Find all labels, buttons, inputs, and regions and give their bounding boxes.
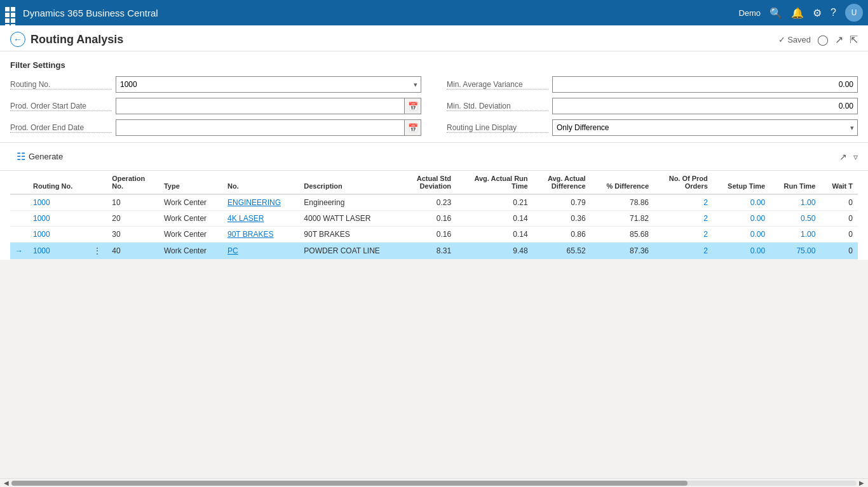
back-button[interactable]: ← xyxy=(10,32,25,47)
run-time-cell[interactable]: 0.50 xyxy=(770,211,820,227)
table-row[interactable]: 100030Work Center90T BRAKES90T BRAKES0.1… xyxy=(10,227,858,243)
notification-icon[interactable]: 🔔 xyxy=(791,7,804,19)
table-wrap: Routing No. OperationNo. Type No. Descri… xyxy=(0,171,868,260)
avatar[interactable]: U xyxy=(845,4,863,22)
prod-start-label: Prod. Order Start Date xyxy=(10,102,112,111)
toolbar: ☷ Generate ↗ ▿ xyxy=(0,143,868,171)
page-header-right: ✓ Saved ◯ ↗ ⇱ xyxy=(778,34,858,46)
search-icon[interactable]: 🔍 xyxy=(770,7,782,19)
wait-time-cell: 0 xyxy=(820,194,858,211)
prod-end-input[interactable] xyxy=(116,119,405,136)
pct-diff-cell: 78.86 xyxy=(591,194,654,211)
table-body: 100010Work CenterENGINEERINGEngineering0… xyxy=(10,194,858,260)
min-std-dev-row: Min. Std. Deviation 0.00 xyxy=(447,98,858,114)
run-time-cell[interactable]: 1.00 xyxy=(770,227,820,243)
saved-label: Saved xyxy=(787,35,811,44)
no-cell[interactable]: 4K LASER xyxy=(222,211,299,227)
operation-no-cell: 30 xyxy=(107,227,159,243)
help-icon[interactable]: ? xyxy=(831,7,836,18)
no-prod-orders-cell[interactable]: 2 xyxy=(654,194,713,211)
row-dots-cell[interactable] xyxy=(88,211,107,227)
description-cell: 90T BRAKES xyxy=(299,227,402,243)
page-title: Routing Analysis xyxy=(31,33,123,46)
setup-time-cell[interactable]: 0.00 xyxy=(713,194,770,211)
no-cell[interactable]: ENGINEERING xyxy=(222,194,299,211)
avg-actual-run-time-cell: 0.14 xyxy=(456,211,532,227)
setup-time-cell[interactable]: 0.00 xyxy=(713,243,770,260)
col-arrow-header xyxy=(10,171,28,194)
col-no-prod-orders-header: No. Of ProdOrders xyxy=(654,171,713,194)
filter-toolbar-icon[interactable]: ▿ xyxy=(853,152,858,162)
routing-no-select[interactable]: 1000 xyxy=(116,76,421,93)
routing-line-display-wrap: Only Difference All With Difference xyxy=(552,119,858,136)
prod-start-calendar-btn[interactable]: 📅 xyxy=(405,98,421,114)
type-cell: Work Center xyxy=(159,211,222,227)
col-avg-actual-run-time-header: Avg. Actual RunTime xyxy=(456,171,532,194)
prod-end-calendar-btn[interactable]: 📅 xyxy=(405,119,421,136)
page-header-left: ← Routing Analysis xyxy=(10,32,123,47)
share-toolbar-icon[interactable]: ↗ xyxy=(839,152,847,162)
prod-start-row: Prod. Order Start Date 📅 xyxy=(10,98,421,114)
col-actual-std-dev-header: Actual StdDeviation xyxy=(402,171,456,194)
run-time-cell[interactable]: 75.00 xyxy=(770,243,820,260)
row-arrow-cell xyxy=(10,227,28,243)
col-avg-actual-diff-header: Avg. ActualDifference xyxy=(533,171,591,194)
row-dots-cell[interactable]: ⋮ xyxy=(88,243,107,260)
expand-icon[interactable]: ⇱ xyxy=(850,34,858,46)
routing-no-cell[interactable]: 1000 xyxy=(28,211,88,227)
generate-button[interactable]: ☷ Generate xyxy=(10,148,69,165)
routing-line-display-row: Routing Line Display Only Difference All… xyxy=(447,119,858,136)
avg-actual-diff-cell: 0.36 xyxy=(533,211,591,227)
min-std-dev-input[interactable]: 0.00 xyxy=(552,98,858,114)
col-setup-time-header: Setup Time xyxy=(713,171,770,194)
run-time-cell[interactable]: 1.00 xyxy=(770,194,820,211)
setup-time-cell[interactable]: 0.00 xyxy=(713,227,770,243)
bookmark-icon[interactable]: ◯ xyxy=(817,34,829,46)
table-row[interactable]: →1000⋮40Work CenterPCPOWDER COAT LINE8.3… xyxy=(10,243,858,260)
routing-table: Routing No. OperationNo. Type No. Descri… xyxy=(10,171,858,260)
min-avg-variance-input[interactable]: 0.00 xyxy=(552,76,858,93)
prod-end-row: Prod. Order End Date 📅 xyxy=(10,119,421,136)
operation-no-cell: 10 xyxy=(107,194,159,211)
row-arrow-cell: → xyxy=(10,243,28,260)
no-prod-orders-cell[interactable]: 2 xyxy=(654,243,713,260)
actual-std-dev-cell: 0.16 xyxy=(402,227,456,243)
prod-start-input[interactable] xyxy=(116,98,405,114)
share-icon[interactable]: ↗ xyxy=(835,34,843,46)
settings-icon[interactable]: ⚙ xyxy=(813,7,822,19)
app-title: Dynamics 365 Business Central xyxy=(23,8,732,18)
row-dots-cell[interactable] xyxy=(88,194,107,211)
no-prod-orders-cell[interactable]: 2 xyxy=(654,211,713,227)
description-cell: Engineering xyxy=(299,194,402,211)
filter-right: Min. Average Variance 0.00 Min. Std. Dev… xyxy=(447,76,858,136)
type-cell: Work Center xyxy=(159,243,222,260)
no-cell[interactable]: 90T BRAKES xyxy=(222,227,299,243)
routing-no-row: Routing No. 1000 xyxy=(10,76,421,93)
row-arrow-cell xyxy=(10,211,28,227)
table-row[interactable]: 100010Work CenterENGINEERINGEngineering0… xyxy=(10,194,858,211)
toolbar-right: ↗ ▿ xyxy=(839,152,858,162)
wait-time-cell: 0 xyxy=(820,211,858,227)
col-type-header: Type xyxy=(159,171,222,194)
routing-no-cell[interactable]: 1000 xyxy=(28,194,88,211)
pct-diff-cell: 87.36 xyxy=(591,243,654,260)
table-row[interactable]: 100020Work Center4K LASER4000 WATT LASER… xyxy=(10,211,858,227)
row-dots-cell[interactable] xyxy=(88,227,107,243)
toolbar-left: ☷ Generate xyxy=(10,148,69,165)
routing-no-cell[interactable]: 1000 xyxy=(28,243,88,260)
setup-time-cell[interactable]: 0.00 xyxy=(713,211,770,227)
prod-end-input-wrap: 📅 xyxy=(116,119,421,136)
routing-line-display-select[interactable]: Only Difference All With Difference xyxy=(552,119,858,136)
col-pct-diff-header: % Difference xyxy=(591,171,654,194)
pct-diff-cell: 71.82 xyxy=(591,211,654,227)
filter-section: Filter Settings Routing No. 1000 Prod. O… xyxy=(0,51,868,143)
routing-no-cell[interactable]: 1000 xyxy=(28,227,88,243)
topbar-right: Demo 🔍 🔔 ⚙ ? U xyxy=(738,4,863,22)
avg-actual-diff-cell: 65.52 xyxy=(533,243,591,260)
table-header-row: Routing No. OperationNo. Type No. Descri… xyxy=(10,171,858,194)
routing-line-display-label: Routing Line Display xyxy=(447,123,548,133)
no-prod-orders-cell[interactable]: 2 xyxy=(654,227,713,243)
apps-icon[interactable] xyxy=(5,7,17,18)
col-run-time-header: Run Time xyxy=(770,171,820,194)
no-cell[interactable]: PC xyxy=(222,243,299,260)
